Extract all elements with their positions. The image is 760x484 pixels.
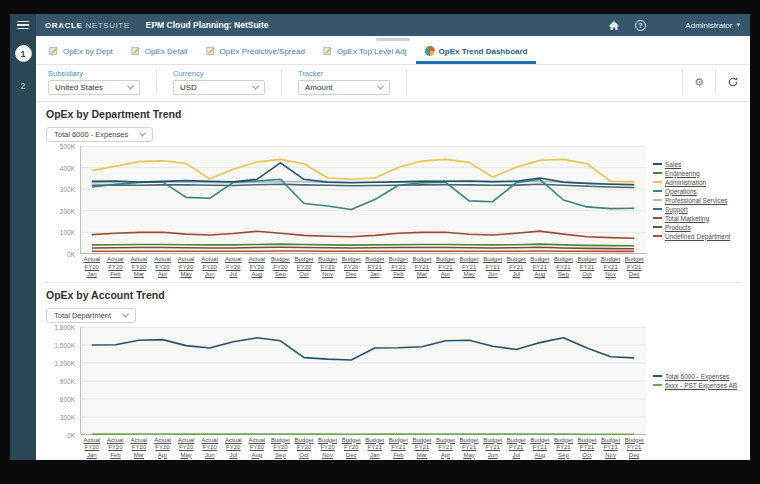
x-axis-label-line: FY20 xyxy=(151,444,175,452)
x-axis-category[interactable]: ActualFY20Jan xyxy=(80,256,104,279)
x-axis-category[interactable]: BudgetFY21Oct xyxy=(575,256,599,279)
tab-label: OpEx Predictive/Spread xyxy=(220,47,305,56)
x-axis-category[interactable]: BudgetFY20Dec xyxy=(339,256,363,279)
page-1-button[interactable]: 1 xyxy=(15,45,32,62)
x-axis-category[interactable]: ActualFY20May xyxy=(174,437,198,460)
x-axis-category[interactable]: BudgetFY21Mar xyxy=(410,437,434,460)
legend-item-products[interactable]: Products xyxy=(653,224,742,231)
legend-item-operations[interactable]: Operations xyxy=(653,188,742,195)
filter-select-currency[interactable]: USD xyxy=(173,80,265,95)
filter-select-subsidiary[interactable]: United States xyxy=(48,80,140,95)
x-axis-category[interactable]: BudgetFY21Feb xyxy=(387,437,411,460)
x-axis-category[interactable]: BudgetFY20Oct xyxy=(292,256,316,279)
tab-opex-trend-dashboard[interactable]: OpEx Trend Dashboard xyxy=(416,43,537,64)
user-menu[interactable]: Administrator ▾ xyxy=(685,21,740,30)
x-axis-category[interactable]: BudgetFY20Nov xyxy=(316,437,340,460)
x-axis-category[interactable]: BudgetFY21Apr xyxy=(434,256,458,279)
x-axis-category[interactable]: BudgetFY21Aug xyxy=(528,437,552,460)
tab-opex-predictive-spread[interactable]: OpEx Predictive/Spread xyxy=(197,43,314,64)
legend-item-support[interactable]: Support xyxy=(653,206,742,213)
x-axis-category[interactable]: ActualFY20Mar xyxy=(127,437,151,460)
x-axis-category[interactable]: BudgetFY21Jul xyxy=(505,437,529,460)
legend-item-administration[interactable]: Administration xyxy=(653,179,742,186)
legend-item-total-marketing[interactable]: Total Marketing xyxy=(653,215,742,222)
x-axis-category[interactable]: ActualFY20Feb xyxy=(104,437,128,460)
navigator-grid-icon[interactable] xyxy=(661,20,671,30)
x-axis-category[interactable]: BudgetFY21Feb xyxy=(387,256,411,279)
settings-gear-icon[interactable]: ⚙ xyxy=(682,69,715,95)
filter-select-tracker[interactable]: Amount xyxy=(298,80,390,95)
x-axis-category[interactable]: ActualFY20Jul xyxy=(222,256,246,279)
x-axis-category[interactable]: BudgetFY20Dec xyxy=(339,437,363,460)
series-line-operations xyxy=(92,179,634,209)
x-axis-label-line: Jan xyxy=(80,271,104,279)
legend-item-sales[interactable]: Sales xyxy=(653,161,742,168)
x-axis-label-line: Budget xyxy=(575,437,599,445)
legend-item-undefined-department[interactable]: Undefined Department xyxy=(653,233,742,240)
x-axis-label-line: FY20 xyxy=(127,444,151,452)
x-axis-category[interactable]: ActualFY20Apr xyxy=(151,437,175,460)
x-axis-category[interactable]: ActualFY20Aug xyxy=(245,256,269,279)
x-axis-label-line: FY20 xyxy=(245,444,269,452)
x-axis-label-line: Budget xyxy=(505,256,529,264)
x-axis-category[interactable]: ActualFY20Mar xyxy=(127,256,151,279)
legend-item-professional-services[interactable]: Professional Services xyxy=(653,197,742,204)
filter-currency: CurrencyUSD xyxy=(169,69,282,95)
x-axis-category[interactable]: BudgetFY21Dec xyxy=(622,437,646,460)
page-2-button[interactable]: 2 xyxy=(15,77,32,94)
x-axis-label-line: Budget xyxy=(410,256,434,264)
legend-item-6xxx-pst-expenses-ab[interactable]: 6xxx - PST Expenses AB xyxy=(653,382,742,389)
x-axis-category[interactable]: BudgetFY20Oct xyxy=(292,437,316,460)
x-axis-category[interactable]: BudgetFY20Sep xyxy=(269,256,293,279)
x-axis-category[interactable]: BudgetFY21Jun xyxy=(481,256,505,279)
x-axis-category[interactable]: BudgetFY21Nov xyxy=(599,437,623,460)
hamburger-menu-button[interactable] xyxy=(10,14,36,36)
drag-handle[interactable] xyxy=(376,38,410,41)
home-icon[interactable] xyxy=(608,20,620,31)
x-axis-category[interactable]: BudgetFY21Sep xyxy=(552,437,576,460)
x-axis-category[interactable]: ActualFY20May xyxy=(174,256,198,279)
x-axis-category[interactable]: BudgetFY21Jan xyxy=(363,437,387,460)
tab-opex-by-dept[interactable]: OpEx by Dept xyxy=(40,43,122,64)
x-axis-category[interactable]: ActualFY20Aug xyxy=(245,437,269,460)
x-axis-category[interactable]: BudgetFY21Nov xyxy=(599,256,623,279)
dashboard-pie-icon xyxy=(425,46,435,56)
x-axis-category[interactable]: ActualFY20Apr xyxy=(151,256,175,279)
x-axis-category[interactable]: BudgetFY20Sep xyxy=(269,437,293,460)
x-axis-label-line: Jun xyxy=(481,271,505,279)
legend-item-engineering[interactable]: Engineering xyxy=(653,170,742,177)
x-axis-category[interactable]: BudgetFY21Mar xyxy=(410,256,434,279)
x-axis-category[interactable]: BudgetFY21Jun xyxy=(481,437,505,460)
refresh-icon[interactable] xyxy=(715,69,750,95)
x-axis-category[interactable]: ActualFY20Jul xyxy=(222,437,246,460)
x-axis-category[interactable]: BudgetFY20Nov xyxy=(316,256,340,279)
x-axis-label-line: Budget xyxy=(292,437,316,445)
x-axis-category[interactable]: ActualFY20Jun xyxy=(198,256,222,279)
chart-member-selector-department[interactable]: Total 6000 - Expenses xyxy=(46,127,153,142)
tab-opex-detail[interactable]: OpEx Detail xyxy=(122,43,197,64)
x-axis-category[interactable]: BudgetFY21Aug xyxy=(528,256,552,279)
x-axis-category[interactable]: BudgetFY21Dec xyxy=(622,256,646,279)
help-icon[interactable]: ? xyxy=(635,20,646,31)
x-axis-label-line: FY20 xyxy=(80,264,104,272)
x-axis-category[interactable]: BudgetFY21Jan xyxy=(363,256,387,279)
x-axis-category[interactable]: BudgetFY21May xyxy=(457,437,481,460)
tab-opex-top-level-adj[interactable]: OpEx Top Level Adj xyxy=(314,43,416,64)
chevron-down-icon xyxy=(127,83,134,90)
x-axis-category[interactable]: BudgetFY21Apr xyxy=(434,437,458,460)
chart-legend: Total 6000 - Expenses6xxx - PST Expenses… xyxy=(646,327,742,435)
x-axis-label-line: Budget xyxy=(481,437,505,445)
x-axis-category[interactable]: BudgetFY21Sep xyxy=(552,256,576,279)
x-axis-label-line: FY20 xyxy=(174,264,198,272)
x-axis-category[interactable]: ActualFY20Jan xyxy=(80,437,104,460)
x-axis-category[interactable]: BudgetFY21Oct xyxy=(575,437,599,460)
x-axis-category[interactable]: BudgetFY21May xyxy=(457,256,481,279)
chart-member-selector-account[interactable]: Total Department xyxy=(46,308,136,323)
x-axis-category[interactable]: ActualFY20Jun xyxy=(198,437,222,460)
y-tick-label: 900K xyxy=(60,377,75,384)
x-axis-category[interactable]: ActualFY20Feb xyxy=(104,256,128,279)
x-axis-label-line: Actual xyxy=(104,256,128,264)
x-axis-label-line: Actual xyxy=(198,256,222,264)
x-axis-category[interactable]: BudgetFY21Jul xyxy=(505,256,529,279)
legend-item-total-6000-expenses[interactable]: Total 6000 - Expenses xyxy=(653,373,742,380)
